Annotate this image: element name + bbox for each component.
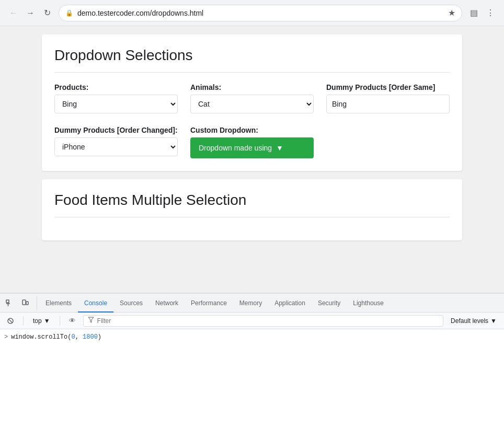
custom-dropdown-label: Custom Dropdown: — [190, 126, 314, 134]
svg-rect-3 — [22, 300, 26, 305]
toolbar-divider-2 — [60, 316, 60, 326]
clear-console-icon[interactable] — [4, 315, 17, 327]
dropdown-card: Dropdown Selections Products: Bing Googl… — [42, 34, 462, 171]
dummy-products-changed-label: Dummy Products [Order Changed]: — [54, 126, 178, 134]
food-section-title: Food Items Multiple Selection — [54, 192, 450, 209]
back-button[interactable]: ← — [6, 6, 21, 20]
custom-dropdown-group: Custom Dropdown: Dropdown made using ▼ — [190, 126, 314, 158]
card-divider — [54, 72, 450, 73]
filter-area — [83, 315, 443, 327]
console-comma: , — [75, 333, 83, 341]
devtools-toolbar: top ▼ 👁 Default levels ▼ — [0, 313, 504, 329]
context-arrow-icon: ▼ — [44, 317, 50, 325]
svg-line-6 — [8, 319, 13, 323]
animals-group: Animals: Cat Dog Bird Fish — [190, 83, 314, 113]
browser-chrome: ← → ↻ 🔒 demo.testercoder.com/dropdowns.h… — [0, 0, 504, 26]
inspect-element-icon[interactable] — [2, 296, 17, 310]
context-selector[interactable]: top ▼ — [30, 316, 53, 326]
eye-icon[interactable]: 👁 — [66, 315, 79, 327]
tab-performance[interactable]: Performance — [185, 294, 233, 313]
address-bar[interactable]: 🔒 demo.testercoder.com/dropdowns.html ★ — [59, 5, 462, 21]
console-arg1: 0 — [71, 333, 75, 341]
tab-application[interactable]: Application — [268, 294, 312, 313]
lock-icon: 🔒 — [65, 9, 73, 17]
food-card: Food Items Multiple Selection — [42, 179, 462, 240]
custom-dropdown-text: Dropdown made using — [199, 144, 272, 152]
menu-button[interactable]: ⋮ — [483, 6, 498, 20]
forward-button[interactable]: → — [23, 6, 38, 20]
page-content: Dropdown Selections Products: Bing Googl… — [0, 26, 504, 293]
log-levels-arrow-icon: ▼ — [490, 317, 497, 325]
context-label: top — [33, 317, 42, 325]
log-levels-button[interactable]: Default levels ▼ — [448, 316, 500, 326]
devtools-panel: Elements Console Sources Network Perform… — [0, 293, 504, 439]
dummy-products-same-group: Dummy Products [Order Same] — [326, 83, 450, 113]
console-code-method: window.scrollTo( — [11, 333, 71, 341]
products-group: Products: Bing Google DuckDuckGo — [54, 83, 178, 113]
tab-network[interactable]: Network — [149, 294, 185, 313]
console-line: > window.scrollTo(0, 1800) — [4, 331, 500, 343]
products-select[interactable]: Bing Google DuckDuckGo — [54, 95, 178, 113]
tab-memory[interactable]: Memory — [233, 294, 268, 313]
console-code[interactable]: window.scrollTo(0, 1800) — [11, 332, 101, 342]
products-label: Products: — [54, 83, 178, 91]
browser-actions: ▤ ⋮ — [466, 6, 498, 20]
log-levels-text: Default levels — [451, 317, 488, 325]
food-card-divider — [54, 217, 450, 217]
devtools-console: > window.scrollTo(0, 1800) — [0, 329, 504, 439]
svg-marker-7 — [88, 317, 94, 322]
animals-label: Animals: — [190, 83, 314, 91]
custom-dropdown-button[interactable]: Dropdown made using ▼ — [190, 137, 314, 158]
console-prompt: > — [4, 332, 8, 342]
dummy-products-same-input[interactable] — [326, 95, 450, 113]
filter-icon — [88, 317, 94, 325]
tab-lighthouse[interactable]: Lighthouse — [347, 294, 390, 313]
toolbar-divider-1 — [23, 316, 24, 326]
device-toolbar-icon[interactable] — [18, 296, 32, 310]
svg-rect-4 — [26, 302, 28, 305]
dummy-products-changed-group: Dummy Products [Order Changed]: iPhone S… — [54, 126, 178, 158]
extensions-button[interactable]: ▤ — [466, 6, 481, 20]
dummy-products-changed-select[interactable]: iPhone Samsung Nokia — [54, 137, 178, 156]
animals-select[interactable]: Cat Dog Bird Fish — [190, 95, 314, 113]
devtools-tab-icons — [2, 296, 37, 310]
tab-security[interactable]: Security — [312, 294, 347, 313]
console-arg2: 1800 — [83, 333, 98, 341]
custom-dropdown-arrow: ▼ — [276, 144, 283, 152]
url-text: demo.testercoder.com/dropdowns.html — [77, 9, 444, 17]
tab-sources[interactable]: Sources — [113, 294, 149, 313]
filter-input[interactable] — [97, 317, 439, 325]
dropdowns-grid: Products: Bing Google DuckDuckGo Animals… — [54, 83, 450, 158]
dummy-products-same-label: Dummy Products [Order Same] — [326, 83, 450, 91]
bookmark-icon[interactable]: ★ — [448, 8, 455, 18]
devtools-tabs-bar: Elements Console Sources Network Perform… — [0, 294, 504, 313]
tab-console[interactable]: Console — [78, 294, 113, 313]
dropdown-section-title: Dropdown Selections — [54, 47, 450, 64]
reload-button[interactable]: ↻ — [40, 6, 54, 20]
nav-buttons: ← → ↻ — [6, 6, 54, 20]
svg-rect-0 — [6, 300, 9, 303]
tab-elements[interactable]: Elements — [39, 294, 78, 313]
console-paren: ) — [98, 333, 101, 341]
